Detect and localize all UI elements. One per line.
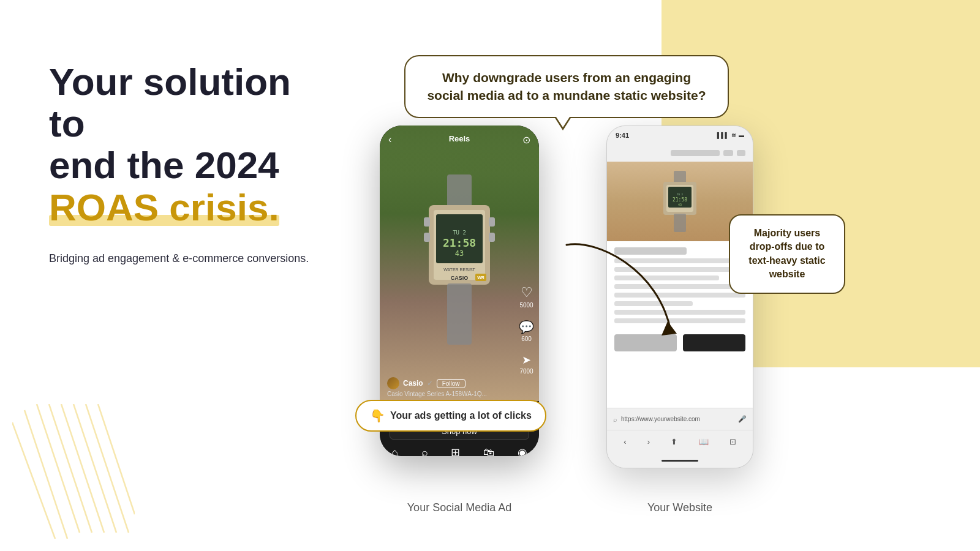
curved-arrow (548, 233, 683, 343)
wifi-icon: ≋ (731, 132, 736, 138)
share-action[interactable]: ➤ 7000 (519, 353, 534, 375)
diagonal-lines-decoration: .dl{stroke:#f0d060;stroke-width:2.5;opac… (12, 404, 135, 539)
profile-nav-icon[interactable]: ◉ (518, 446, 527, 456)
signal-icon: ▌▌▌ (717, 132, 729, 138)
social-phone-label: Your Social Media Ad (380, 501, 539, 514)
reels-nav-icon[interactable]: ⊞ (451, 446, 460, 456)
web-menu-icon (737, 150, 745, 156)
svg-text:TU 2: TU 2 (453, 230, 466, 236)
website-phone-label: Your Website (606, 501, 753, 514)
svg-text:CASIO: CASIO (451, 275, 469, 281)
shop-nav-icon[interactable]: 🛍 (483, 446, 494, 457)
dropoff-bubble: Majority users drop-offs due to text-hea… (729, 214, 845, 294)
web-home-indicator (607, 453, 753, 468)
svg-rect-20 (424, 233, 430, 242)
svg-line-5 (74, 404, 116, 533)
web-bookmarks-icon[interactable]: 📖 (699, 437, 709, 446)
product-name: Casio Vintage Series A-158WA-1Q... (387, 391, 495, 397)
svg-text:WATER RESIST: WATER RESIST (443, 268, 475, 272)
web-top-bar (607, 144, 753, 162)
battery-icon: ▬ (739, 132, 744, 138)
clicks-bubble: 👇 Your ads getting a lot of clicks (355, 400, 546, 432)
svg-line-6 (86, 404, 129, 533)
web-forward-icon[interactable]: › (647, 437, 650, 446)
svg-rect-21 (489, 217, 495, 227)
web-url-bar: ⌕ https://www.yourwebsite.com 🎤 (607, 408, 753, 430)
user-avatar (387, 377, 399, 389)
side-actions: ♡ 5000 💬 600 ➤ 7000 (519, 285, 534, 375)
url-search-icon: ⌕ (613, 416, 617, 423)
svg-text:TU 2: TU 2 (677, 193, 683, 196)
speech-bubble-top: Why downgrade users from an engaging soc… (404, 55, 729, 118)
comments-action[interactable]: 💬 600 (519, 320, 534, 342)
home-line (662, 460, 698, 462)
roas-label: ROAS crisis. (49, 186, 279, 228)
svg-text:21:58: 21:58 (673, 197, 687, 203)
svg-rect-22 (489, 233, 495, 242)
web-nav-bar: ‹ › ⬆ 📖 ⊡ (607, 430, 753, 453)
reels-label: Reels (449, 134, 470, 143)
web-menu-line (723, 150, 733, 156)
svg-rect-32 (674, 214, 686, 232)
svg-line-4 (61, 404, 104, 533)
follow-button[interactable]: Follow (437, 379, 466, 388)
web-black-button[interactable] (683, 334, 745, 351)
web-tabs-icon[interactable]: ⊡ (729, 437, 736, 446)
svg-text:21:58: 21:58 (443, 236, 476, 249)
home-nav-icon[interactable]: ⌂ (391, 446, 398, 457)
svg-rect-19 (424, 217, 430, 227)
social-nav-bar: ⌂ ⌕ ⊞ 🛍 ◉ (380, 442, 539, 456)
camera-icon[interactable]: ⊙ (522, 134, 530, 146)
web-top-line1 (671, 150, 720, 156)
svg-text:43: 43 (455, 249, 464, 258)
web-share-icon[interactable]: ⬆ (671, 437, 677, 446)
main-title: Your solution to end the 2024 ROAS crisi… (49, 61, 318, 228)
search-nav-icon[interactable]: ⌕ (421, 446, 428, 457)
svg-text:WR: WR (477, 276, 484, 280)
clicks-text: Your ads getting a lot of clicks (390, 410, 532, 421)
left-content-area: Your solution to end the 2024 ROAS crisi… (49, 61, 318, 267)
web-time: 9:41 (616, 132, 629, 139)
username: Casio (403, 379, 423, 388)
svg-marker-24 (662, 321, 677, 335)
phones-comparison-area: Why downgrade users from an engaging soc… (368, 37, 980, 551)
web-back-icon[interactable]: ‹ (624, 437, 626, 446)
user-info-bar: Casio ✓ Follow Casio Vintage Series A-15… (380, 373, 502, 401)
svg-line-3 (49, 404, 92, 533)
svg-rect-23 (447, 283, 472, 345)
svg-text:43: 43 (678, 203, 682, 206)
hand-emoji: 👇 (370, 408, 385, 423)
subtitle-text: Bridging ad engagement & e-commerce conv… (49, 250, 318, 267)
casio-watch-svg: TU 2 21:58 43 WATER RESIST CASIO WR (417, 174, 502, 346)
url-text[interactable]: https://www.yourwebsite.com (621, 416, 734, 422)
web-status-bar: 9:41 ▌▌▌ ≋ ▬ (607, 126, 753, 144)
web-watch-mini-svg: TU 2 21:58 43 (658, 171, 701, 232)
back-chevron-icon[interactable]: ‹ (388, 134, 391, 145)
likes-action[interactable]: ♡ 5000 (519, 285, 534, 309)
mic-icon[interactable]: 🎤 (738, 415, 747, 423)
